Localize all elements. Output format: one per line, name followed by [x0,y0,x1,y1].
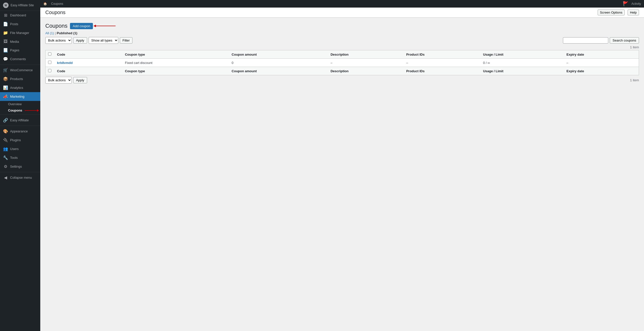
check-all-checkbox-footer[interactable] [48,69,51,72]
sidebar-item-posts[interactable]: 📄 Posts [0,20,40,28]
sidebar-item-overview[interactable]: Overview [5,101,40,107]
add-coupon-annotation [95,26,116,26]
coupon-code-link[interactable]: krb8vmdd [57,61,73,65]
sidebar-item-label: Products [10,77,23,81]
sidebar-item-label: Settings [10,165,22,168]
sidebar-item-label: Easy Affiliate [10,118,29,122]
activity-icon[interactable]: 🚩 [623,1,628,7]
admin-bar-site: Coupons [51,2,63,6]
tools-icon: 🔧 [3,155,8,160]
tablenav-bottom: Bulk actions Apply 1 item [45,77,639,84]
sidebar-item-label: Plugins [10,138,21,142]
sidebar-item-label: File Manager [10,31,29,35]
sidebar-item-tools[interactable]: 🔧 Tools [0,153,40,162]
check-all-checkbox[interactable] [48,52,51,56]
apply-button-bottom[interactable]: Apply [73,77,87,83]
sidebar-item-media[interactable]: 🖼 Media [0,37,40,46]
apply-button-top[interactable]: Apply [73,37,87,44]
sidebar-item-pages[interactable]: 📃 Pages [0,46,40,55]
row-checkbox-col [46,59,55,67]
comments-icon: 💬 [3,57,8,61]
sidebar-item-coupons[interactable]: Coupons [5,107,40,114]
col-code: Code [55,50,123,59]
search-area: Search coupons [563,37,639,44]
col-product-ids-footer: Product IDs [404,67,480,75]
bulk-actions-select-bottom[interactable]: Bulk actions [45,77,72,84]
site-name: Easy Affiliate Site [11,4,34,7]
sidebar-item-label: Analytics [10,86,23,90]
sidebar-item-settings[interactable]: ⚙ Settings [0,162,40,171]
sidebar-item-collapse[interactable]: ◀ Collapse menu [0,173,40,182]
woocommerce-icon: 🛒 [3,68,8,72]
tablenav-top: Bulk actions Apply Show all types Filter… [45,37,639,44]
sidebar-item-file-manager[interactable]: 📁 File Manager [0,28,40,37]
settings-icon: ⚙ [3,164,8,169]
table-row: krb8vmdd Fixed cart discount 0 – – 0 / ∞… [46,59,639,67]
sidebar-nav: ⊞ Dashboard 📄 Posts 📁 File Manager 🖼 Med… [0,11,40,331]
table-footer-row: Code Coupon type Coupon amount Descripti… [46,67,639,75]
screen-options-button[interactable]: Screen Options [598,10,625,15]
sidebar-item-label: Pages [10,48,19,52]
col-expiry-date: Expiry date [564,50,639,59]
col-expiry-date-footer: Expiry date [564,67,639,75]
row-checkbox[interactable] [48,61,51,64]
type-filter-select[interactable]: Show all types [89,37,118,44]
appearance-icon: 🎨 [3,129,8,134]
bulk-actions-select-top[interactable]: Bulk actions [45,37,72,44]
sidebar-item-label: Posts [10,22,18,26]
wp-logo-icon: W [3,3,9,8]
check-all-col-footer [46,67,55,75]
media-icon: 🖼 [3,39,8,44]
sidebar-item-products[interactable]: 📦 Products [0,75,40,83]
col-usage-limit: Usage / Limit [481,50,564,59]
analytics-icon: 📊 [3,85,8,90]
marketing-submenu: Overview Coupons [0,101,40,114]
sidebar-item-label: Collapse menu [10,176,32,179]
filter-button[interactable]: Filter [120,37,133,44]
main-area: 🏠 Coupons 🚩 Activity Coupons Screen Opti… [40,0,644,331]
sidebar-item-woocommerce[interactable]: 🛒 WooCommerce [0,66,40,75]
col-coupon-amount: Coupon amount [229,50,328,59]
admin-bar-right: 🚩 Activity [623,1,641,7]
filter-nav: All (1) | Published (1) [45,31,639,35]
page-title-bar: Coupons Screen Options Help [40,8,644,18]
sidebar-item-plugins[interactable]: 🔌 Plugins [0,136,40,144]
sidebar-item-users[interactable]: 👥 Users [0,144,40,153]
admin-bar: 🏠 Coupons 🚩 Activity [40,0,644,8]
sidebar-item-label: Appearance [10,129,28,133]
row-coupon-type: Fixed cart discount [122,59,229,67]
sidebar-item-marketing[interactable]: 📣 Marketing [0,92,40,101]
row-coupon-amount: 0 [229,59,328,67]
posts-icon: 📄 [3,22,8,26]
coupons-page-title: Coupons [45,23,67,29]
content-area: Coupons Add coupon All (1) | Published (… [40,18,644,331]
admin-bar-title: 🏠 [43,2,47,6]
sidebar-item-analytics[interactable]: 📊 Analytics [0,83,40,92]
row-usage-limit: 0 / ∞ [481,59,564,67]
products-icon: 📦 [3,77,8,81]
users-icon: 👥 [3,146,8,151]
col-description: Description [328,50,404,59]
dashboard-icon: ⊞ [3,13,8,18]
sidebar: W Easy Affiliate Site ⊞ Dashboard 📄 Post… [0,0,40,331]
pages-icon: 📃 [3,48,8,53]
filter-all-link[interactable]: All (1) [45,31,54,35]
screen-options-area: Screen Options Help [598,10,639,15]
sidebar-item-easy-affiliate[interactable]: 🔗 Easy Affiliate [0,116,40,125]
add-coupon-button[interactable]: Add coupon [70,23,93,29]
easy-affiliate-icon: 🔗 [3,118,8,123]
sidebar-item-label: Comments [10,57,26,61]
tablenav-bottom-left: Bulk actions Apply [45,77,87,84]
sidebar-item-comments[interactable]: 💬 Comments [0,55,40,63]
tablenav-top-left: Bulk actions Apply Show all types Filter [45,37,132,44]
col-description-footer: Description [328,67,404,75]
search-coupons-button[interactable]: Search coupons [610,37,639,44]
sidebar-item-label: WooCommerce [10,68,33,72]
sidebar-item-label: Marketing [10,95,24,98]
coupons-table: Code Coupon type Coupon amount Descripti… [45,50,639,75]
search-coupons-input[interactable] [563,37,608,44]
sidebar-item-appearance[interactable]: 🎨 Appearance [0,127,40,136]
help-button[interactable]: Help [628,10,639,15]
sidebar-item-dashboard[interactable]: ⊞ Dashboard [0,11,40,20]
filter-published-link[interactable]: Published (1) [57,31,77,35]
